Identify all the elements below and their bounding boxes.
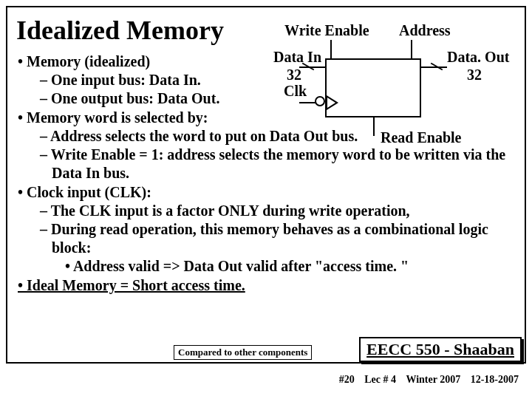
address-label: Address	[399, 22, 451, 39]
lecture-number: Lec # 4	[364, 374, 396, 385]
bullet-1b: One output bus: Data Out.	[18, 89, 517, 108]
compared-note: Compared to other components	[174, 345, 312, 360]
bullet-4: Ideal Memory = Short access time.	[18, 276, 517, 295]
bullet-2: Memory word is selected by:	[18, 109, 517, 127]
slide-title: Idealized Memory	[16, 15, 224, 46]
term: Winter 2007	[406, 374, 460, 385]
bullet-3a: The CLK input is a factor ONLY during wr…	[18, 202, 517, 220]
course-footer-box: EECC 550 - Shaaban	[359, 337, 522, 362]
bullet-3: Clock input (CLK):	[18, 183, 517, 202]
bullet-2a: Address selects the word to put on Data …	[18, 127, 517, 146]
bullet-3b: During read operation, this memory behav…	[18, 220, 517, 257]
slide-number: #20	[339, 374, 355, 385]
write-enable-label: Write Enable	[284, 22, 369, 39]
bullet-1a: One input bus: Data In.	[18, 71, 517, 89]
bullet-1: Memory (idealized)	[18, 52, 517, 71]
bullet-2b: Write Enable = 1: address selects the me…	[18, 146, 517, 183]
clk-invert-bubble	[315, 96, 325, 106]
footer-meta: #20 Lec # 4 Winter 2007 12-18-2007	[332, 374, 519, 386]
bullet-3b1: Address valid => Data Out valid after "a…	[18, 257, 517, 276]
body-content: Memory (idealized) One input bus: Data I…	[18, 52, 517, 295]
date: 12-18-2007	[471, 374, 519, 385]
